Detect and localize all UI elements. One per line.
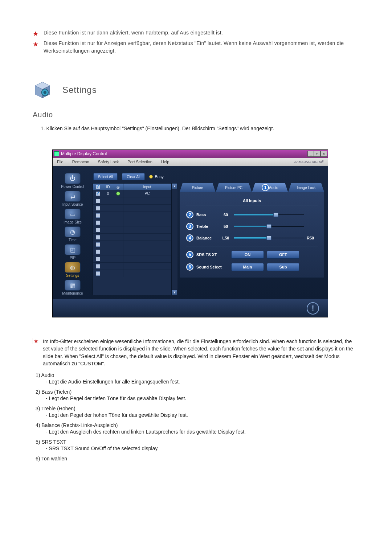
callout-2: 2 [186,211,193,218]
status-dot-icon [116,192,120,196]
tab-picture[interactable]: Picture [180,183,216,192]
srs-label: SRS TS XT [196,253,228,257]
left-nav: ⏻Power Control ⇄Input Source ▭Image Size… [56,173,89,295]
sound-select-label: Sound Select [196,265,228,269]
tab-audio[interactable]: 1Audio [252,183,288,192]
item-1-sub: - Legt die Audio-Einstellungen für alle … [36,379,359,385]
section-title: Settings [62,85,97,95]
callout-3: 3 [186,223,193,230]
table-row[interactable] [93,270,171,277]
display-grid: ID ◎ Input 0 PC [93,183,172,295]
nav-power-control[interactable]: ⏻Power Control [58,173,87,189]
scroll-down-icon[interactable]: ▼ [172,290,177,295]
close-icon[interactable]: × [320,151,327,157]
row-checkbox[interactable] [96,199,100,203]
row-checkbox[interactable] [96,264,100,268]
row-checkbox[interactable] [96,250,100,254]
treble-value: 50 [220,224,231,229]
clear-all-button[interactable]: Clear All [122,173,145,180]
nav-image-size[interactable]: ▭Image Size [58,209,87,224]
table-row[interactable] [93,255,171,263]
col-status-icon: ◎ [113,184,123,190]
bass-value: 60 [220,213,231,217]
row-checkbox[interactable] [96,213,100,218]
brand-text: SAMSUNG DIGITall [290,160,328,164]
item-3-head: 3) Treble (Höhen) [36,406,359,411]
power-icon: ⏻ [65,173,81,184]
maximize-icon[interactable]: □ [314,151,320,157]
info-icon[interactable]: ! [307,302,319,315]
tab-picture-pc[interactable]: Picture PC [216,183,252,192]
scroll-up-icon[interactable]: ▲ [172,183,177,189]
menu-help[interactable]: Help [157,160,174,164]
sound-main-button[interactable]: Main [231,263,264,271]
row-checkbox[interactable] [96,235,100,239]
item-6-head: 6) Ton wählen [36,456,359,461]
item-3-sub: - Legt den Pegel der hohen Töne für das … [36,412,359,418]
window-title: Multiple Display Control [61,151,107,156]
item-5-sub: - SRS TSXT Sound On/Off of the selected … [36,446,359,451]
nav-settings[interactable]: ◍Settings [58,262,87,278]
row-checkbox[interactable] [96,257,100,261]
srs-on-button[interactable]: ON [231,251,264,259]
table-row[interactable] [93,219,171,226]
minimize-icon[interactable]: _ [307,151,314,157]
info-paragraph: Im Info-Gitter erscheinen einige wesentl… [43,338,359,367]
item-2-head: 2) Bass (Tiefen) [36,389,359,395]
titlebar: Multiple Display Control _ □ × [53,150,328,158]
menubar: File Remocon Safety Lock Port Selection … [53,158,328,166]
row-checkbox[interactable] [96,228,100,232]
tab-image-lock[interactable]: Image Lock [288,183,324,192]
table-row[interactable] [93,226,171,234]
table-row[interactable] [93,263,171,270]
balance-right: R50 [307,236,318,240]
balance-left: L50 [220,236,231,240]
row-checkbox[interactable] [96,271,100,276]
bass-label: Bass [196,213,217,217]
maintenance-icon: ▩ [65,280,81,291]
nav-pip[interactable]: ◰PIP [58,244,87,260]
nav-maintenance[interactable]: ▩Maintenance [58,280,87,295]
settings-cube-icon [33,80,52,100]
row-checkbox[interactable] [96,221,100,225]
table-row[interactable] [93,197,171,205]
menu-safety-lock[interactable]: Safety Lock [94,160,123,164]
mdc-window: Multiple Display Control _ □ × File Remo… [52,149,328,317]
subsection-title: Audio [33,111,359,119]
table-row[interactable] [93,205,171,212]
table-row[interactable] [93,234,171,241]
row-checkbox[interactable] [96,242,100,247]
table-row[interactable] [93,241,171,248]
nav-input-source[interactable]: ⇄Input Source [58,191,87,206]
nav-time[interactable]: ◔Time [58,226,87,242]
step-1: 1. Klicken Sie auf das Hauptsymbol "Sett… [41,126,359,131]
settings-icon: ◍ [65,262,81,273]
sound-sub-button[interactable]: Sub [267,263,299,271]
col-id: ID [103,184,113,190]
svg-point-4 [44,91,46,94]
item-5-head: 5) SRS TSXT [36,439,359,445]
select-all-button[interactable]: Select All [93,173,118,180]
balance-slider[interactable] [234,237,304,239]
table-row[interactable] [93,212,171,219]
header-checkbox[interactable] [96,185,100,189]
balance-label: Balance [196,236,217,240]
menu-remocon[interactable]: Remocon [68,160,94,164]
row-checkbox[interactable] [96,192,100,196]
image-size-icon: ▭ [65,209,81,219]
treble-label: Treble [196,224,217,229]
treble-slider[interactable] [234,225,304,228]
bass-slider[interactable] [234,213,304,216]
menu-port-selection[interactable]: Port Selection [123,160,156,164]
item-4-sub: - Legt den Ausgleich des rechten und lin… [36,429,359,435]
grid-scrollbar[interactable]: ▲ ▼ [172,183,177,295]
row-checkbox[interactable] [96,206,100,210]
srs-off-button[interactable]: OFF [267,251,299,259]
col-input: Input [123,184,171,190]
menu-file[interactable]: File [53,160,68,164]
table-row[interactable]: 0 PC [93,190,171,197]
item-1-head: 1) Audio [36,372,359,378]
top-notes: Diese Funktion ist nur dann aktiviert, w… [33,29,359,55]
item-2-sub: - Legt den Pegel der tiefen Töne für das… [36,395,359,401]
table-row[interactable] [93,248,171,255]
